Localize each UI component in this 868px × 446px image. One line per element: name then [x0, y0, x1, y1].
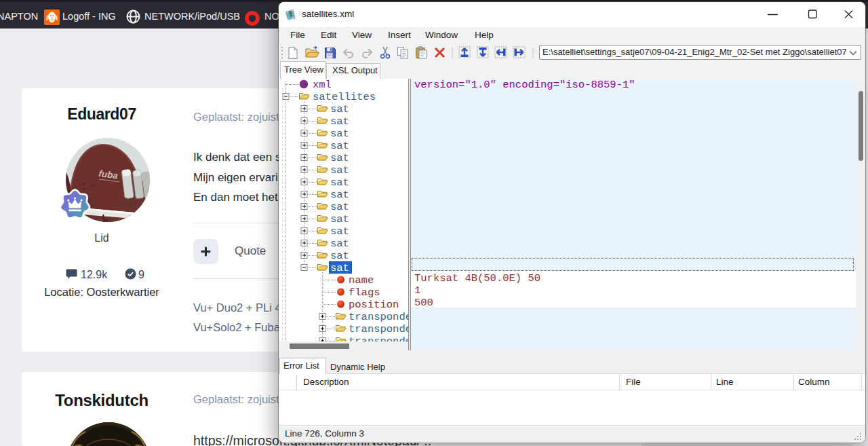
- svg-text:sat: sat: [330, 164, 349, 176]
- svg-text:transponder: transponder: [349, 311, 409, 323]
- svg-text:sat: sat: [330, 103, 349, 115]
- svg-text:sat: sat: [330, 128, 349, 140]
- svg-text:sat: sat: [330, 152, 349, 164]
- svg-text:sat: sat: [330, 213, 349, 225]
- svg-text:sat: sat: [330, 115, 349, 128]
- svg-text:sat: sat: [330, 140, 349, 152]
- svg-text:sat: sat: [330, 176, 349, 189]
- svg-text:xml: xml: [313, 79, 332, 91]
- svg-text:sat: sat: [330, 238, 349, 250]
- svg-text:name: name: [349, 274, 374, 286]
- svg-text:sat: sat: [330, 189, 349, 201]
- svg-text:sat: sat: [330, 250, 349, 262]
- svg-text:position: position: [349, 299, 399, 311]
- svg-text:flags: flags: [349, 286, 380, 299]
- svg-text:sat: sat: [330, 225, 349, 238]
- svg-text:sat: sat: [330, 262, 349, 274]
- svg-text:transponder: transponder: [349, 323, 409, 335]
- svg-text:sat: sat: [330, 201, 349, 213]
- svg-text:satellites: satellites: [313, 91, 376, 103]
